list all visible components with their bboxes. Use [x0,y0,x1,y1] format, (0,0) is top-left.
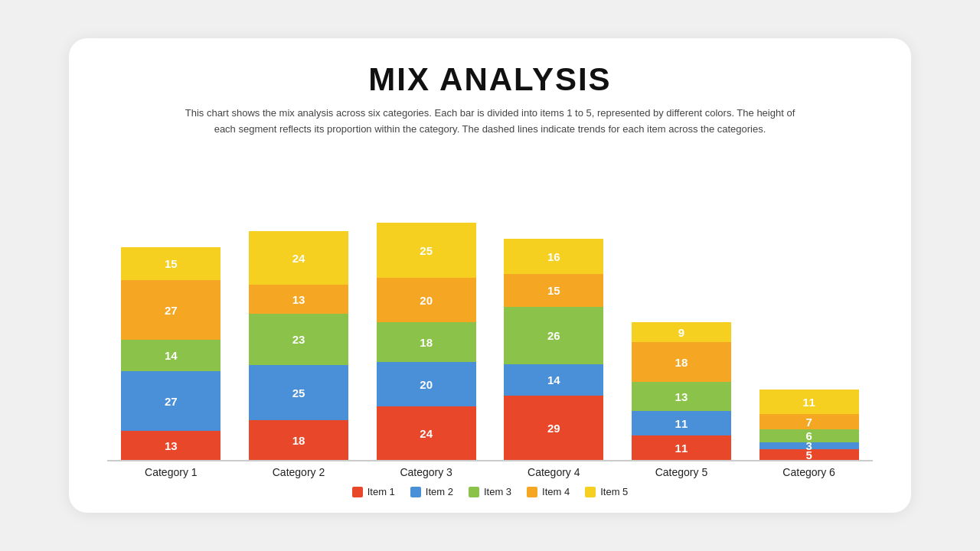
segment-value: 18 [420,336,433,349]
bar-segment-cat4-item5: 16 [504,239,603,274]
segment-value: 11 [802,396,815,409]
legend-label-1: Item 1 [368,486,395,497]
legend-item-5: Item 5 [585,486,628,497]
legend-item-3: Item 3 [469,486,511,497]
segment-value: 13 [675,390,688,403]
page-title: MIX ANALYSIS [368,61,611,98]
bar-group-2: 1825231324 [249,231,348,460]
legend-item-2: Item 2 [410,486,453,497]
legend-item-1: Item 1 [352,486,395,497]
segment-value: 26 [547,329,560,342]
legend-color-2 [410,487,421,497]
segment-value: 18 [675,356,688,369]
legend-color-1 [352,487,363,497]
bar-segment-cat1-item4: 27 [121,280,220,340]
legend-label-4: Item 4 [542,486,570,497]
bar-segment-cat6-item5: 11 [760,390,859,414]
segment-value: 15 [165,257,178,270]
segment-value: 24 [420,427,433,440]
segment-value: 20 [420,378,433,391]
segment-value: 6 [805,429,812,442]
segment-value: 16 [547,250,560,263]
legend-label-5: Item 5 [600,486,628,497]
bar-segment-cat5-item3: 13 [632,382,731,411]
category-label-6: Category 6 [760,466,859,478]
legend-label-3: Item 3 [484,486,511,497]
bar-group-4: 2914261516 [504,239,603,460]
bar-segment-cat5-item4: 18 [632,342,731,382]
legend-item-4: Item 4 [527,486,570,497]
bar-segment-cat2-item1: 18 [249,420,348,460]
segment-value: 9 [678,326,684,339]
bar-segment-cat6-item4: 7 [760,414,859,429]
segment-value: 27 [165,395,178,408]
bar-segment-cat2-item5: 24 [249,231,348,285]
bar-segment-cat1-item1: 13 [121,431,220,460]
bar-segment-cat4-item3: 26 [504,307,603,364]
category-label-4: Category 4 [504,466,603,478]
bars-container: 1327142715182523132424201820252914261516… [107,153,873,460]
segment-value: 18 [292,434,305,447]
bar-segment-cat3-item4: 20 [377,278,476,322]
chart-wrapper: 1327142715182523132424201820252914261516… [107,153,873,478]
bar-segment-cat4-item2: 14 [504,364,603,396]
segment-value: 15 [547,284,560,297]
slide: MIX ANALYSIS This chart shows the mix an… [69,38,911,513]
segment-value: 14 [547,373,560,386]
category-labels: Category 1Category 2Category 3Category 4… [107,466,873,478]
bar-segment-cat3-item2: 20 [377,362,476,406]
bar-segment-cat2-item3: 23 [249,314,348,365]
segment-value: 27 [165,304,178,317]
bar-segment-cat4-item1: 29 [504,396,603,460]
bar-group-3: 2420182025 [377,223,476,460]
category-label-2: Category 2 [249,466,348,478]
bar-segment-cat2-item2: 25 [249,365,348,420]
category-label-1: Category 1 [121,466,220,478]
legend: Item 1Item 2Item 3Item 4Item 5 [352,486,629,497]
segment-value: 20 [420,294,433,307]
segment-value: 11 [675,442,688,455]
bar-segment-cat1-item2: 27 [121,371,220,431]
segment-value: 25 [292,386,305,399]
bar-segment-cat5-item1: 11 [632,435,731,460]
category-label-5: Category 5 [632,466,731,478]
segment-value: 23 [292,333,305,346]
segment-value: 13 [292,293,305,306]
bar-segment-cat1-item3: 14 [121,340,220,371]
category-label-3: Category 3 [377,466,476,478]
bottom-line [107,460,873,461]
bar-segment-cat6-item3: 6 [760,429,859,442]
segment-value: 7 [805,416,812,429]
segment-value: 24 [292,252,305,265]
subtitle-text: This chart shows the mix analysis across… [184,106,796,138]
bar-group-5: 111113189 [632,322,731,460]
legend-color-4 [527,487,537,497]
legend-color-5 [585,487,596,497]
bar-group-1: 1327142715 [121,247,220,460]
segment-value: 29 [547,422,560,435]
bar-segment-cat3-item5: 25 [377,223,476,278]
legend-label-2: Item 2 [426,486,453,497]
bar-segment-cat1-item5: 15 [121,247,220,280]
bar-segment-cat5-item5: 9 [632,322,731,342]
bar-segment-cat2-item4: 13 [249,285,348,314]
legend-color-3 [469,487,479,497]
segment-value: 11 [675,417,688,430]
bar-segment-cat4-item4: 15 [504,274,603,307]
bar-segment-cat3-item1: 24 [377,406,476,460]
bar-group-6: 536711 [760,390,859,460]
bar-segment-cat5-item2: 11 [632,411,731,435]
segment-value: 14 [165,349,178,362]
segment-value: 25 [420,244,433,257]
bar-segment-cat6-item2: 3 [760,442,859,449]
bar-segment-cat3-item3: 18 [377,322,476,362]
segment-value: 13 [165,439,178,452]
